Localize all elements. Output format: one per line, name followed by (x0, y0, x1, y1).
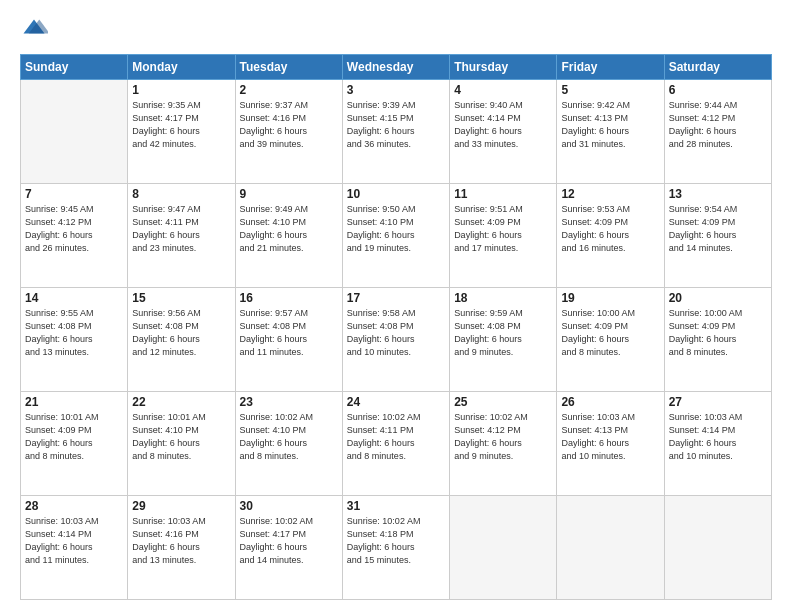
day-info: Sunrise: 10:01 AM Sunset: 4:09 PM Daylig… (25, 411, 123, 463)
day-number: 10 (347, 187, 445, 201)
day-number: 29 (132, 499, 230, 513)
calendar-cell: 2Sunrise: 9:37 AM Sunset: 4:16 PM Daylig… (235, 80, 342, 184)
day-info: Sunrise: 9:42 AM Sunset: 4:13 PM Dayligh… (561, 99, 659, 151)
day-number: 2 (240, 83, 338, 97)
day-info: Sunrise: 9:44 AM Sunset: 4:12 PM Dayligh… (669, 99, 767, 151)
day-info: Sunrise: 9:58 AM Sunset: 4:08 PM Dayligh… (347, 307, 445, 359)
calendar-cell: 19Sunrise: 10:00 AM Sunset: 4:09 PM Dayl… (557, 288, 664, 392)
day-number: 6 (669, 83, 767, 97)
day-number: 1 (132, 83, 230, 97)
day-info: Sunrise: 10:02 AM Sunset: 4:18 PM Daylig… (347, 515, 445, 567)
weekday-header-row: SundayMondayTuesdayWednesdayThursdayFrid… (21, 55, 772, 80)
day-number: 11 (454, 187, 552, 201)
day-number: 7 (25, 187, 123, 201)
day-number: 15 (132, 291, 230, 305)
calendar-cell: 18Sunrise: 9:59 AM Sunset: 4:08 PM Dayli… (450, 288, 557, 392)
calendar-cell (664, 496, 771, 600)
calendar-cell: 7Sunrise: 9:45 AM Sunset: 4:12 PM Daylig… (21, 184, 128, 288)
calendar-cell: 20Sunrise: 10:00 AM Sunset: 4:09 PM Dayl… (664, 288, 771, 392)
day-number: 17 (347, 291, 445, 305)
calendar-row-3: 21Sunrise: 10:01 AM Sunset: 4:09 PM Dayl… (21, 392, 772, 496)
calendar-cell: 15Sunrise: 9:56 AM Sunset: 4:08 PM Dayli… (128, 288, 235, 392)
calendar-cell: 24Sunrise: 10:02 AM Sunset: 4:11 PM Dayl… (342, 392, 449, 496)
calendar-cell: 28Sunrise: 10:03 AM Sunset: 4:14 PM Dayl… (21, 496, 128, 600)
weekday-friday: Friday (557, 55, 664, 80)
day-number: 4 (454, 83, 552, 97)
calendar-cell: 10Sunrise: 9:50 AM Sunset: 4:10 PM Dayli… (342, 184, 449, 288)
calendar-cell: 27Sunrise: 10:03 AM Sunset: 4:14 PM Dayl… (664, 392, 771, 496)
day-number: 9 (240, 187, 338, 201)
day-info: Sunrise: 10:01 AM Sunset: 4:10 PM Daylig… (132, 411, 230, 463)
day-number: 26 (561, 395, 659, 409)
calendar-cell: 26Sunrise: 10:03 AM Sunset: 4:13 PM Dayl… (557, 392, 664, 496)
day-number: 13 (669, 187, 767, 201)
day-info: Sunrise: 9:54 AM Sunset: 4:09 PM Dayligh… (669, 203, 767, 255)
day-info: Sunrise: 10:03 AM Sunset: 4:16 PM Daylig… (132, 515, 230, 567)
day-info: Sunrise: 9:35 AM Sunset: 4:17 PM Dayligh… (132, 99, 230, 151)
header (20, 16, 772, 44)
calendar-cell (450, 496, 557, 600)
day-number: 23 (240, 395, 338, 409)
calendar-cell: 30Sunrise: 10:02 AM Sunset: 4:17 PM Dayl… (235, 496, 342, 600)
page: SundayMondayTuesdayWednesdayThursdayFrid… (0, 0, 792, 612)
weekday-wednesday: Wednesday (342, 55, 449, 80)
day-info: Sunrise: 9:55 AM Sunset: 4:08 PM Dayligh… (25, 307, 123, 359)
calendar-row-0: 1Sunrise: 9:35 AM Sunset: 4:17 PM Daylig… (21, 80, 772, 184)
weekday-saturday: Saturday (664, 55, 771, 80)
day-number: 16 (240, 291, 338, 305)
weekday-sunday: Sunday (21, 55, 128, 80)
day-number: 19 (561, 291, 659, 305)
calendar-cell: 23Sunrise: 10:02 AM Sunset: 4:10 PM Dayl… (235, 392, 342, 496)
calendar-cell: 31Sunrise: 10:02 AM Sunset: 4:18 PM Dayl… (342, 496, 449, 600)
day-info: Sunrise: 10:02 AM Sunset: 4:12 PM Daylig… (454, 411, 552, 463)
day-info: Sunrise: 10:02 AM Sunset: 4:10 PM Daylig… (240, 411, 338, 463)
calendar-cell: 12Sunrise: 9:53 AM Sunset: 4:09 PM Dayli… (557, 184, 664, 288)
day-number: 22 (132, 395, 230, 409)
calendar-row-1: 7Sunrise: 9:45 AM Sunset: 4:12 PM Daylig… (21, 184, 772, 288)
day-number: 24 (347, 395, 445, 409)
day-number: 30 (240, 499, 338, 513)
day-info: Sunrise: 9:40 AM Sunset: 4:14 PM Dayligh… (454, 99, 552, 151)
day-number: 3 (347, 83, 445, 97)
day-number: 28 (25, 499, 123, 513)
day-info: Sunrise: 9:47 AM Sunset: 4:11 PM Dayligh… (132, 203, 230, 255)
day-number: 21 (25, 395, 123, 409)
calendar-table: SundayMondayTuesdayWednesdayThursdayFrid… (20, 54, 772, 600)
day-info: Sunrise: 9:59 AM Sunset: 4:08 PM Dayligh… (454, 307, 552, 359)
day-number: 8 (132, 187, 230, 201)
day-info: Sunrise: 9:39 AM Sunset: 4:15 PM Dayligh… (347, 99, 445, 151)
calendar-cell: 13Sunrise: 9:54 AM Sunset: 4:09 PM Dayli… (664, 184, 771, 288)
day-number: 5 (561, 83, 659, 97)
calendar-cell (21, 80, 128, 184)
logo-icon (20, 16, 48, 44)
calendar-cell: 16Sunrise: 9:57 AM Sunset: 4:08 PM Dayli… (235, 288, 342, 392)
day-number: 20 (669, 291, 767, 305)
calendar-cell: 29Sunrise: 10:03 AM Sunset: 4:16 PM Dayl… (128, 496, 235, 600)
calendar-cell: 3Sunrise: 9:39 AM Sunset: 4:15 PM Daylig… (342, 80, 449, 184)
calendar-cell: 25Sunrise: 10:02 AM Sunset: 4:12 PM Dayl… (450, 392, 557, 496)
day-info: Sunrise: 10:03 AM Sunset: 4:14 PM Daylig… (669, 411, 767, 463)
day-info: Sunrise: 10:03 AM Sunset: 4:14 PM Daylig… (25, 515, 123, 567)
calendar-cell (557, 496, 664, 600)
day-info: Sunrise: 9:49 AM Sunset: 4:10 PM Dayligh… (240, 203, 338, 255)
day-info: Sunrise: 9:50 AM Sunset: 4:10 PM Dayligh… (347, 203, 445, 255)
calendar-cell: 6Sunrise: 9:44 AM Sunset: 4:12 PM Daylig… (664, 80, 771, 184)
day-number: 31 (347, 499, 445, 513)
day-info: Sunrise: 9:56 AM Sunset: 4:08 PM Dayligh… (132, 307, 230, 359)
day-info: Sunrise: 9:57 AM Sunset: 4:08 PM Dayligh… (240, 307, 338, 359)
calendar-cell: 5Sunrise: 9:42 AM Sunset: 4:13 PM Daylig… (557, 80, 664, 184)
weekday-monday: Monday (128, 55, 235, 80)
calendar-cell: 8Sunrise: 9:47 AM Sunset: 4:11 PM Daylig… (128, 184, 235, 288)
day-number: 18 (454, 291, 552, 305)
calendar-cell: 9Sunrise: 9:49 AM Sunset: 4:10 PM Daylig… (235, 184, 342, 288)
calendar-cell: 11Sunrise: 9:51 AM Sunset: 4:09 PM Dayli… (450, 184, 557, 288)
day-info: Sunrise: 9:37 AM Sunset: 4:16 PM Dayligh… (240, 99, 338, 151)
day-info: Sunrise: 10:02 AM Sunset: 4:17 PM Daylig… (240, 515, 338, 567)
calendar-cell: 21Sunrise: 10:01 AM Sunset: 4:09 PM Dayl… (21, 392, 128, 496)
day-number: 27 (669, 395, 767, 409)
calendar-cell: 22Sunrise: 10:01 AM Sunset: 4:10 PM Dayl… (128, 392, 235, 496)
calendar-row-4: 28Sunrise: 10:03 AM Sunset: 4:14 PM Dayl… (21, 496, 772, 600)
day-info: Sunrise: 9:51 AM Sunset: 4:09 PM Dayligh… (454, 203, 552, 255)
logo (20, 16, 52, 44)
day-info: Sunrise: 10:00 AM Sunset: 4:09 PM Daylig… (561, 307, 659, 359)
